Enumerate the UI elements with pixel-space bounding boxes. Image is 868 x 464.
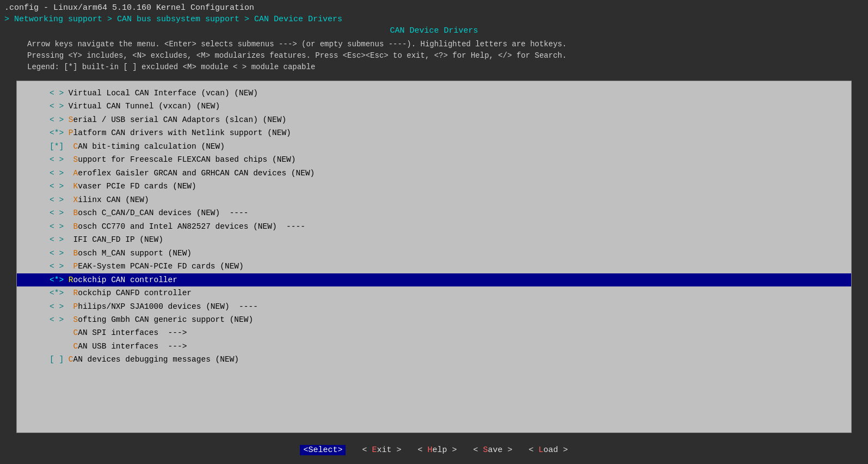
menu-item-13[interactable]: < > PEAK-System PCAN-PCIe FD cards (NEW): [17, 260, 851, 273]
save-button[interactable]: < Save >: [473, 445, 513, 455]
help-text: Arrow keys navigate the menu. <Enter> se…: [0, 36, 868, 75]
menu-item-11[interactable]: < > IFI CAN_FD IP (NEW): [17, 233, 851, 246]
menu-item-1[interactable]: < > Virtual CAN Tunnel (vxcan) (NEW): [17, 100, 851, 113]
exit-button[interactable]: < Exit >: [362, 445, 401, 455]
breadcrumb-text: > Networking support > CAN bus subsystem…: [4, 14, 342, 25]
help-line3: Legend: [*] built-in [ ] excluded <M> mo…: [27, 62, 841, 73]
load-button[interactable]: < Load >: [529, 445, 568, 455]
terminal: .config - Linux/arm64 5.10.160 Kernel Co…: [0, 0, 868, 464]
menu-item-17[interactable]: < > Softing Gmbh CAN generic support (NE…: [17, 313, 851, 326]
menu-item-10[interactable]: < > Bosch CC770 and Intel AN82527 device…: [17, 220, 851, 233]
menu-item-5[interactable]: < > Support for Freescale FLEXCAN based …: [17, 153, 851, 166]
window-title: .config - Linux/arm64 5.10.160 Kernel Co…: [4, 2, 864, 14]
menu-box: < > Virtual Local CAN Interface (vcan) (…: [16, 81, 852, 433]
menu-item-15[interactable]: <*> Rockchip CANFD controller: [17, 286, 851, 300]
help-line2: Pressing <Y> includes, <N> excludes, <M>…: [27, 50, 841, 62]
page-center-title: CAN Device Drivers: [0, 25, 868, 36]
menu-item-7[interactable]: < > Kvaser PCIe FD cards (NEW): [17, 180, 851, 193]
menu-item-3[interactable]: <*> Platform CAN drivers with Netlink su…: [17, 126, 851, 139]
top-bar: .config - Linux/arm64 5.10.160 Kernel Co…: [0, 0, 868, 25]
menu-item-20[interactable]: [ ] CAN devices debugging messages (NEW): [17, 353, 851, 366]
menu-item-19[interactable]: CAN USB interfaces --->: [17, 340, 851, 353]
menu-item-4[interactable]: [*] CAN bit-timing calculation (NEW): [17, 140, 851, 153]
help-line1: Arrow keys navigate the menu. <Enter> se…: [27, 39, 841, 50]
menu-item-9[interactable]: < > Bosch C_CAN/D_CAN devices (NEW) ----: [17, 206, 851, 219]
menu-item-14[interactable]: <*> Rockchip CAN controller: [17, 273, 851, 286]
menu-item-18[interactable]: CAN SPI interfaces --->: [17, 326, 851, 339]
menu-item-12[interactable]: < > Bosch M_CAN support (NEW): [17, 247, 851, 260]
menu-item-8[interactable]: < > Xilinx CAN (NEW): [17, 193, 851, 206]
menu-item-0[interactable]: < > Virtual Local CAN Interface (vcan) (…: [17, 87, 851, 100]
select-button[interactable]: <Select>: [300, 445, 346, 455]
menu-item-2[interactable]: < > Serial / USB serial CAN Adaptors (sl…: [17, 113, 851, 126]
menu-item-6[interactable]: < > Aeroflex Gaisler GRCAN and GRHCAN CA…: [17, 167, 851, 180]
breadcrumb: > Networking support > CAN bus subsystem…: [4, 14, 864, 25]
help-button[interactable]: < Help >: [417, 445, 457, 455]
bottom-buttons: <Select> < Exit > < Help > < Save > < Lo…: [0, 438, 868, 464]
menu-item-16[interactable]: < > Philips/NXP SJA1000 devices (NEW) --…: [17, 300, 851, 313]
